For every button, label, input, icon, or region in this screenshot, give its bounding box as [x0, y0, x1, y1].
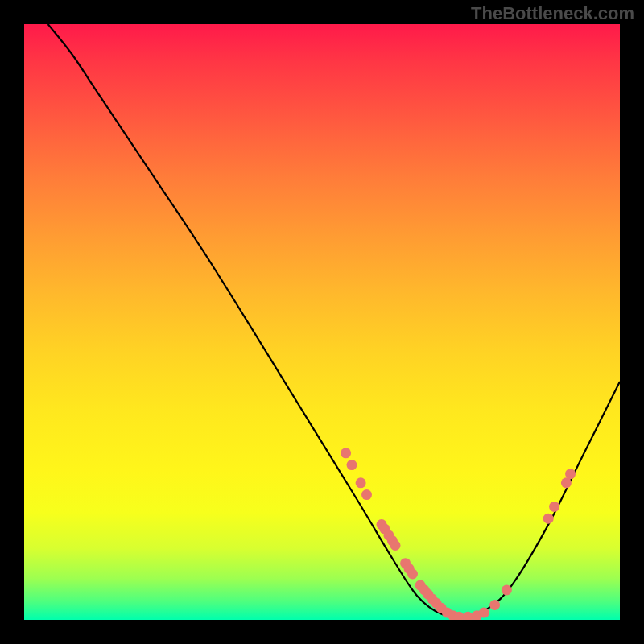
watermark-text: TheBottleneck.com [471, 3, 634, 24]
data-point [347, 460, 357, 470]
data-point [356, 477, 366, 488]
plot-area [24, 24, 620, 620]
data-point [549, 502, 559, 512]
data-point [502, 585, 512, 596]
bottleneck-curve [48, 24, 620, 617]
data-point [543, 514, 554, 524]
data-point [341, 448, 351, 458]
data-point [407, 569, 418, 580]
data-point [561, 477, 572, 488]
data-point [361, 489, 372, 500]
data-point [565, 469, 576, 479]
data-point [463, 612, 473, 620]
data-points [341, 448, 576, 620]
chart-svg [24, 24, 620, 620]
data-point [390, 540, 401, 551]
data-point [479, 608, 489, 618]
data-point [489, 600, 500, 610]
